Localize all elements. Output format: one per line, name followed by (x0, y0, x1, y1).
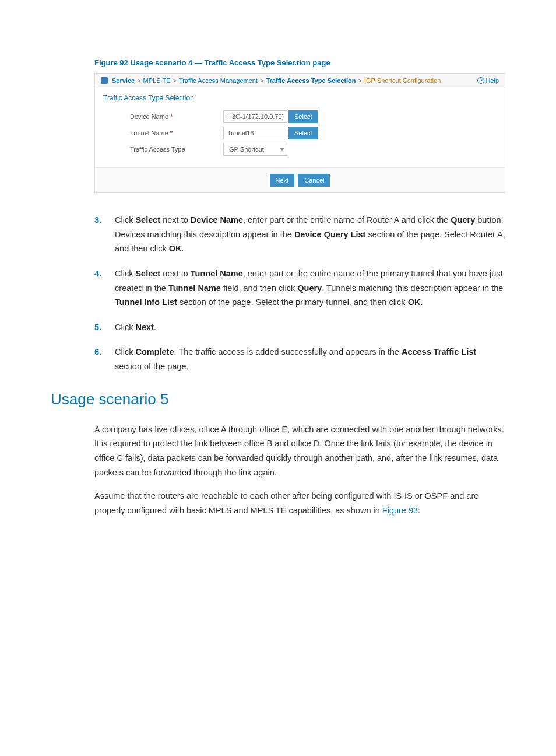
breadcrumb-sep: > (137, 77, 140, 84)
paragraph-text: Assume that the routers are reachable to… (94, 491, 478, 515)
next-button[interactable]: Next (270, 174, 295, 187)
step-text: Click Select next to Tunnel Name, enter … (115, 267, 505, 310)
breadcrumb-sep: > (173, 77, 176, 84)
paragraph: A company has five offices, office A thr… (51, 422, 505, 480)
breadcrumb-bar: Service > MPLS TE > Traffic Access Manag… (95, 74, 505, 88)
step-number: 6. (94, 345, 115, 373)
step-item: 5.Click Next. (94, 320, 505, 335)
step-item: 3.Click Select next to Device Name, ente… (94, 213, 505, 256)
step-number: 4. (94, 267, 115, 310)
traffic-access-type-label: Traffic Access Type (130, 146, 223, 153)
paragraph-text: : (418, 506, 420, 515)
breadcrumb-sep: > (260, 77, 263, 84)
help-link[interactable]: ? Help (477, 77, 499, 84)
embedded-screenshot: Service > MPLS TE > Traffic Access Manag… (94, 73, 505, 193)
step-item: 6.Click Complete. The traffic access is … (94, 345, 505, 373)
figure-link[interactable]: Figure 93 (382, 506, 418, 515)
step-text: Click Select next to Device Name, enter … (115, 213, 505, 256)
cancel-button[interactable]: Cancel (298, 174, 330, 187)
traffic-access-type-select[interactable]: IGP Shortcut (223, 143, 288, 156)
action-bar: Next Cancel (95, 167, 505, 192)
paragraph: Assume that the routers are reachable to… (51, 489, 505, 517)
tunnel-name-input[interactable] (223, 127, 287, 139)
form-area: Device Name * Select Tunnel Name * Selec… (95, 108, 505, 167)
steps-list: 3.Click Select next to Device Name, ente… (51, 213, 505, 374)
select-value: IGP Shortcut (227, 146, 264, 153)
device-name-label: Device Name * (130, 113, 223, 120)
step-text: Click Next. (115, 320, 505, 335)
help-label: Help (485, 77, 499, 84)
breadcrumb-tats[interactable]: Traffic Access Type Selection (266, 77, 356, 84)
step-text: Click Complete. The traffic access is ad… (115, 345, 505, 373)
select-tunnel-button[interactable]: Select (288, 127, 318, 139)
section-heading: Usage scenario 5 (51, 390, 505, 408)
breadcrumb-tam[interactable]: Traffic Access Management (179, 77, 258, 84)
breadcrumb-service[interactable]: Service (112, 77, 135, 84)
tunnel-name-label: Tunnel Name * (130, 130, 223, 136)
figure-caption: Figure 92 Usage scenario 4 — Traffic Acc… (51, 58, 505, 67)
device-name-input[interactable] (223, 110, 287, 123)
breadcrumb-sep: > (358, 77, 362, 84)
service-icon (101, 77, 108, 84)
panel-title: Traffic Access Type Selection (95, 88, 505, 108)
chevron-down-icon (280, 148, 284, 151)
step-number: 5. (94, 320, 115, 335)
breadcrumb-current: IGP Shortcut Configuration (364, 77, 441, 84)
select-device-button[interactable]: Select (288, 110, 318, 123)
breadcrumb-mpls[interactable]: MPLS TE (143, 77, 171, 84)
step-item: 4.Click Select next to Tunnel Name, ente… (94, 267, 505, 310)
step-number: 3. (94, 213, 115, 256)
help-icon: ? (477, 77, 484, 84)
